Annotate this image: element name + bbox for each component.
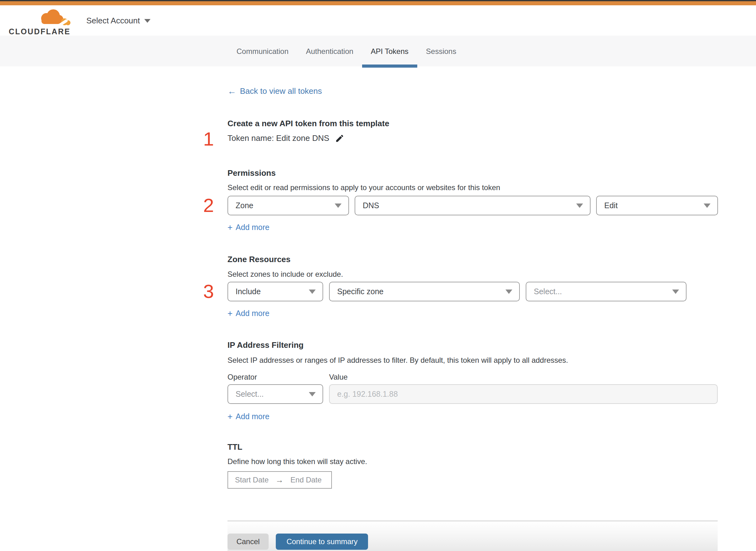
ip-filtering-row: Select...	[227, 384, 718, 404]
cancel-button[interactable]: Cancel	[227, 534, 269, 550]
chevron-down-icon	[672, 290, 679, 294]
cloudflare-wordmark: CLOUDFLARE	[9, 27, 70, 36]
account-selector[interactable]: Select Account	[86, 5, 150, 36]
permissions-add-more-link[interactable]: + Add more	[227, 223, 269, 232]
ip-operator-select[interactable]: Select...	[227, 384, 323, 404]
cloudflare-cloud-icon	[38, 9, 71, 27]
back-arrow-icon: ←	[227, 87, 236, 96]
permissions-heading: Permissions	[227, 168, 276, 178]
back-to-tokens-link[interactable]: ← Back to view all tokens	[227, 86, 322, 96]
plus-icon: +	[227, 309, 232, 318]
page-title: Create a new API token from this templat…	[227, 119, 389, 128]
plus-icon: +	[227, 223, 232, 232]
chevron-down-icon	[704, 203, 711, 208]
permissions-description: Select edit or read permissions to apply…	[227, 183, 500, 192]
continue-to-summary-button[interactable]: Continue to summary	[276, 534, 368, 550]
profile-tabbar: Communication Authentication API Tokens …	[0, 36, 756, 66]
page: CLOUDFLARE Select Account Communication …	[0, 0, 756, 551]
main-content: ← Back to view all tokens Create a new A…	[227, 66, 718, 551]
account-selector-label: Select Account	[86, 16, 140, 26]
zone-resources-description: Select zones to include or exclude.	[227, 270, 343, 279]
permission-resource-select[interactable]: DNS	[354, 196, 591, 215]
permission-access-select[interactable]: Edit	[596, 196, 718, 215]
date-range-arrow-icon: →	[275, 475, 283, 485]
ip-value-input[interactable]	[329, 384, 718, 404]
chevron-down-icon	[506, 290, 512, 294]
tab-communication[interactable]: Communication	[228, 36, 297, 66]
step-marker-3: 3	[203, 282, 223, 301]
step-marker-2: 2	[203, 196, 223, 215]
permissions-row: Zone DNS Edit	[227, 196, 718, 215]
ttl-date-range[interactable]: Start Date → End Date	[227, 471, 332, 489]
chevron-down-icon	[576, 203, 583, 208]
ip-filtering-description: Select IP addresses or ranges of IP addr…	[227, 356, 568, 365]
chevron-down-icon	[144, 19, 150, 23]
operator-label: Operator	[227, 373, 257, 382]
zone-type-select[interactable]: Specific zone	[329, 282, 520, 302]
token-name-row: Token name: Edit zone DNS	[227, 133, 344, 143]
ip-filtering-heading: IP Address Filtering	[227, 340, 303, 350]
tabs: Communication Authentication API Tokens …	[228, 36, 465, 66]
zone-resources-heading: Zone Resources	[227, 254, 290, 264]
tab-sessions[interactable]: Sessions	[417, 36, 465, 66]
plus-icon: +	[227, 412, 232, 421]
ip-filtering-add-more-link[interactable]: + Add more	[227, 412, 269, 421]
zone-resources-row: Include Specific zone Select...	[227, 282, 687, 302]
permission-scope-select[interactable]: Zone	[227, 196, 349, 215]
zone-value-select[interactable]: Select...	[526, 282, 687, 302]
cloudflare-logo[interactable]: CLOUDFLARE	[9, 8, 71, 36]
ttl-description: Define how long this token will stay act…	[227, 457, 367, 466]
footer-actions: Cancel Continue to summary	[227, 534, 368, 550]
start-date-field[interactable]: Start Date	[235, 476, 269, 484]
back-link-label: Back to view all tokens	[240, 86, 322, 96]
brand-accent-bar	[0, 1, 756, 5]
token-name-label: Token name: Edit zone DNS	[227, 133, 329, 143]
chevron-down-icon	[309, 290, 316, 294]
tab-api-tokens[interactable]: API Tokens	[362, 36, 417, 66]
edit-pencil-icon[interactable]	[335, 134, 344, 143]
tab-authentication[interactable]: Authentication	[297, 36, 362, 66]
chevron-down-icon	[309, 392, 316, 397]
ttl-heading: TTL	[227, 442, 242, 452]
zone-resources-add-more-link[interactable]: + Add more	[227, 309, 269, 318]
chevron-down-icon	[335, 203, 341, 208]
step-marker-1: 1	[203, 129, 223, 149]
zone-operator-select[interactable]: Include	[227, 282, 323, 302]
app-header: CLOUDFLARE Select Account	[0, 5, 756, 36]
end-date-field[interactable]: End Date	[290, 476, 321, 484]
value-label: Value	[329, 373, 348, 382]
